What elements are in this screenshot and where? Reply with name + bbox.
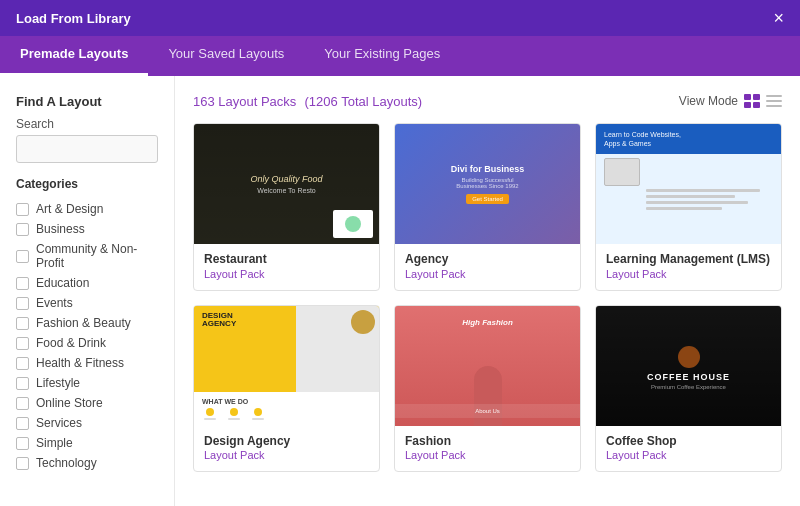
sidebar-item-business[interactable]: Business bbox=[16, 219, 158, 239]
sidebar-item-education[interactable]: Education bbox=[16, 273, 158, 293]
grid-view-icon[interactable] bbox=[744, 94, 760, 108]
layout-name-design-agency: Design Agency bbox=[204, 434, 369, 450]
category-checkbox-art[interactable] bbox=[16, 203, 29, 216]
category-list: Art & Design Business Community & Non-Pr… bbox=[16, 199, 158, 473]
category-label-health: Health & Fitness bbox=[36, 356, 124, 370]
layout-thumb-coffee-shop: COFFEE HOUSE Premium Coffee Experience bbox=[596, 306, 781, 426]
category-label-technology: Technology bbox=[36, 456, 97, 470]
layout-name-coffee-shop: Coffee Shop bbox=[606, 434, 771, 450]
layout-type-restaurant: Layout Pack bbox=[204, 268, 369, 280]
category-label-education: Education bbox=[36, 276, 89, 290]
sidebar: Find A Layout Search Categories Art & De… bbox=[0, 76, 175, 506]
layout-info-restaurant: Restaurant Layout Pack bbox=[194, 244, 379, 290]
category-label-events: Events bbox=[36, 296, 73, 310]
main-header: 163 Layout Packs (1206 Total Layouts) Vi… bbox=[193, 92, 782, 109]
tab-saved[interactable]: Your Saved Layouts bbox=[148, 36, 304, 76]
category-checkbox-business[interactable] bbox=[16, 223, 29, 236]
layout-name-agency: Agency bbox=[405, 252, 570, 268]
categories-title: Categories bbox=[16, 177, 158, 191]
sidebar-item-health[interactable]: Health & Fitness bbox=[16, 353, 158, 373]
category-checkbox-food[interactable] bbox=[16, 337, 29, 350]
sidebar-item-technology[interactable]: Technology bbox=[16, 453, 158, 473]
sidebar-item-events[interactable]: Events bbox=[16, 293, 158, 313]
layout-info-fashion: Fashion Layout Pack bbox=[395, 426, 580, 472]
category-label-food: Food & Drink bbox=[36, 336, 106, 350]
sidebar-item-simple[interactable]: Simple bbox=[16, 433, 158, 453]
list-view-icon[interactable] bbox=[766, 94, 782, 108]
layout-type-agency: Layout Pack bbox=[405, 268, 570, 280]
layout-info-coffee-shop: Coffee Shop Layout Pack bbox=[596, 426, 781, 472]
sidebar-item-lifestyle[interactable]: Lifestyle bbox=[16, 373, 158, 393]
layout-thumb-agency: Divi for Business Building SuccessfulBus… bbox=[395, 124, 580, 244]
sidebar-item-fashion[interactable]: Fashion & Beauty bbox=[16, 313, 158, 333]
category-checkbox-education[interactable] bbox=[16, 277, 29, 290]
layout-card-restaurant[interactable]: Only Quality Food Welcome To Resto Resta… bbox=[193, 123, 380, 291]
layout-info-lms: Learning Management (LMS) Layout Pack bbox=[596, 244, 781, 290]
view-mode: View Mode bbox=[679, 94, 782, 108]
category-checkbox-fashion[interactable] bbox=[16, 317, 29, 330]
view-mode-label: View Mode bbox=[679, 94, 738, 108]
category-checkbox-technology[interactable] bbox=[16, 457, 29, 470]
sidebar-item-online-store[interactable]: Online Store bbox=[16, 393, 158, 413]
category-checkbox-services[interactable] bbox=[16, 417, 29, 430]
layout-info-design-agency: Design Agency Layout Pack bbox=[194, 426, 379, 472]
tab-bar: Premade Layouts Your Saved Layouts Your … bbox=[0, 36, 800, 76]
category-label-community: Community & Non-Profit bbox=[36, 242, 158, 270]
search-input[interactable] bbox=[16, 135, 158, 163]
layout-card-lms[interactable]: Learn to Code Websites,Apps & Games Lear… bbox=[595, 123, 782, 291]
sidebar-item-art[interactable]: Art & Design bbox=[16, 199, 158, 219]
category-label-simple: Simple bbox=[36, 436, 73, 450]
tab-existing[interactable]: Your Existing Pages bbox=[304, 36, 460, 76]
category-checkbox-lifestyle[interactable] bbox=[16, 377, 29, 390]
sidebar-item-food[interactable]: Food & Drink bbox=[16, 333, 158, 353]
category-label-art: Art & Design bbox=[36, 202, 103, 216]
layout-type-fashion: Layout Pack bbox=[405, 449, 570, 461]
modal-title: Load From Library bbox=[16, 11, 131, 26]
pack-count: 163 Layout Packs (1206 Total Layouts) bbox=[193, 92, 422, 109]
layout-card-fashion[interactable]: High Fashion About Us Fashion Layout Pac… bbox=[394, 305, 581, 473]
main-content: 163 Layout Packs (1206 Total Layouts) Vi… bbox=[175, 76, 800, 506]
layout-name-fashion: Fashion bbox=[405, 434, 570, 450]
layout-name-lms: Learning Management (LMS) bbox=[606, 252, 771, 268]
layout-type-design-agency: Layout Pack bbox=[204, 449, 369, 461]
category-label-online-store: Online Store bbox=[36, 396, 103, 410]
layout-card-coffee-shop[interactable]: COFFEE HOUSE Premium Coffee Experience C… bbox=[595, 305, 782, 473]
category-checkbox-events[interactable] bbox=[16, 297, 29, 310]
layout-thumb-fashion: High Fashion About Us bbox=[395, 306, 580, 426]
find-layout-title: Find A Layout bbox=[16, 94, 158, 109]
category-checkbox-health[interactable] bbox=[16, 357, 29, 370]
sidebar-item-community[interactable]: Community & Non-Profit bbox=[16, 239, 158, 273]
modal-header: Load From Library × bbox=[0, 0, 800, 36]
category-label-services: Services bbox=[36, 416, 82, 430]
layouts-grid: Only Quality Food Welcome To Resto Resta… bbox=[193, 123, 782, 472]
category-checkbox-simple[interactable] bbox=[16, 437, 29, 450]
layout-card-agency[interactable]: Divi for Business Building SuccessfulBus… bbox=[394, 123, 581, 291]
category-label-lifestyle: Lifestyle bbox=[36, 376, 80, 390]
category-label-fashion: Fashion & Beauty bbox=[36, 316, 131, 330]
layout-thumb-design-agency: DESIGNAGENCY WHAT WE DO bbox=[194, 306, 379, 426]
close-button[interactable]: × bbox=[773, 9, 784, 27]
layout-name-restaurant: Restaurant bbox=[204, 252, 369, 268]
layout-card-design-agency[interactable]: DESIGNAGENCY WHAT WE DO Design Agency La… bbox=[193, 305, 380, 473]
tab-premade[interactable]: Premade Layouts bbox=[0, 36, 148, 76]
category-checkbox-online-store[interactable] bbox=[16, 397, 29, 410]
layout-thumb-restaurant: Only Quality Food Welcome To Resto bbox=[194, 124, 379, 244]
layout-type-coffee-shop: Layout Pack bbox=[606, 449, 771, 461]
layout-type-lms: Layout Pack bbox=[606, 268, 771, 280]
sidebar-item-services[interactable]: Services bbox=[16, 413, 158, 433]
layout-info-agency: Agency Layout Pack bbox=[395, 244, 580, 290]
category-checkbox-community[interactable] bbox=[16, 250, 29, 263]
category-label-business: Business bbox=[36, 222, 85, 236]
search-label: Search bbox=[16, 117, 158, 131]
content-area: Find A Layout Search Categories Art & De… bbox=[0, 76, 800, 506]
layout-thumb-lms: Learn to Code Websites,Apps & Games bbox=[596, 124, 781, 244]
